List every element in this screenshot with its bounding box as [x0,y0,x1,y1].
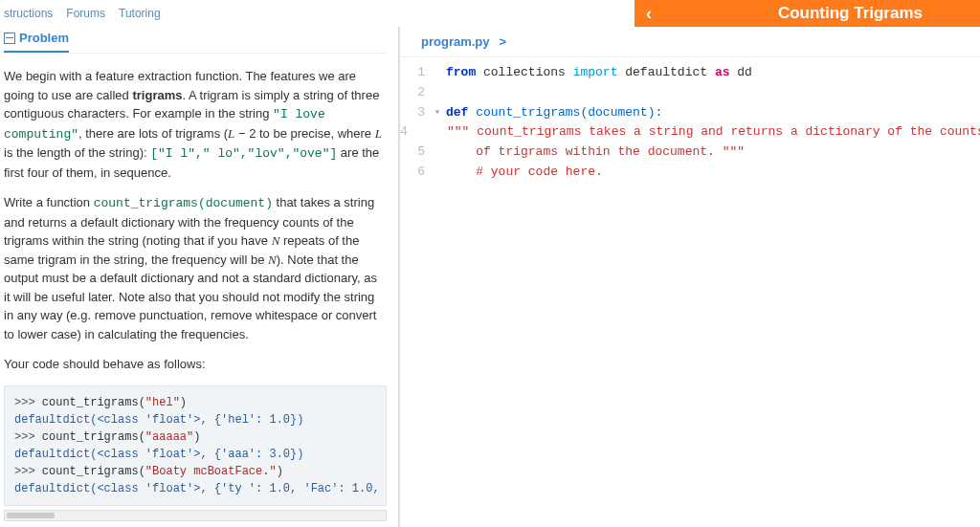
gutter [434,63,446,83]
problem-paragraph-1: We begin with a feature extraction funct… [4,67,387,182]
tab-problem-label: Problem [19,31,69,45]
tab-problem[interactable]: Problem [4,27,69,53]
example-block: >>> count_trigrams("hel") defaultdict(<c… [4,385,387,506]
line-number: 5 [400,143,434,163]
chevron-right-icon: > [500,34,507,49]
prev-button[interactable]: ‹ [635,0,663,27]
line-number: 1 [400,63,434,83]
fold-icon[interactable]: ▾ [434,103,446,123]
line-number: 6 [400,163,434,183]
nav-forums[interactable]: Forums [66,7,105,20]
problem-icon [4,33,15,44]
nav-instructions[interactable]: structions [4,7,53,20]
page-title: Counting Trigrams [663,0,980,27]
code-editor[interactable]: 1from collections import defaultdict as … [400,57,980,183]
problem-paragraph-3: Your code should behave as follows: [4,355,387,374]
line-number: 4 [400,122,417,143]
line-number: 3 [400,103,434,123]
gutter [434,83,446,103]
nav-tutoring[interactable]: Tutoring [119,7,161,20]
file-tab-program[interactable]: program.py [413,31,498,53]
horizontal-scrollbar[interactable] [4,510,387,521]
gutter [434,163,446,183]
editor-pane: program.py > 1from collections import de… [400,27,980,527]
gutter [434,143,446,163]
line-number: 2 [400,83,434,103]
problem-paragraph-2: Write a function count_trigrams(document… [4,193,387,343]
problem-pane: Problem We begin with a feature extracti… [0,27,400,527]
